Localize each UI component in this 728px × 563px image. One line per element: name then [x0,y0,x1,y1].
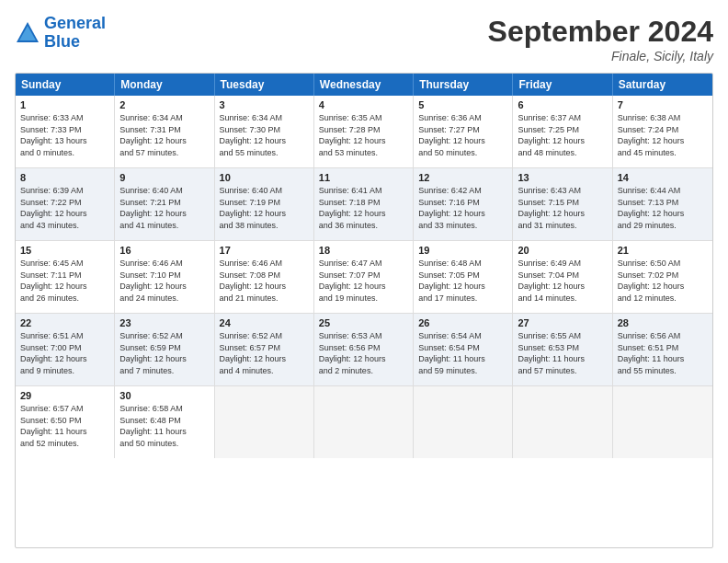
day-info: Sunrise: 6:35 AM Sunset: 7:28 PM Dayligh… [319,112,408,158]
weekday-header-saturday: Saturday [613,74,712,96]
day-info: Sunrise: 6:43 AM Sunset: 7:15 PM Dayligh… [518,185,607,231]
day-info: Sunrise: 6:46 AM Sunset: 7:10 PM Dayligh… [119,258,209,304]
day-number: 3 [220,99,309,110]
calendar-header: SundayMondayTuesdayWednesdayThursdayFrid… [16,74,712,96]
empty-cell [414,386,513,458]
day-number: 8 [20,172,109,183]
day-cell-14: 14Sunrise: 6:44 AM Sunset: 7:13 PM Dayli… [613,168,712,240]
calendar-body: 1Sunrise: 6:33 AM Sunset: 7:33 PM Daylig… [16,96,712,458]
day-info: Sunrise: 6:49 AM Sunset: 7:04 PM Dayligh… [518,258,607,304]
weekday-header-monday: Monday [115,74,214,96]
calendar-week-1: 1Sunrise: 6:33 AM Sunset: 7:33 PM Daylig… [16,96,712,168]
day-cell-6: 6Sunrise: 6:37 AM Sunset: 7:25 PM Daylig… [513,96,612,167]
day-info: Sunrise: 6:45 AM Sunset: 7:11 PM Dayligh… [20,258,109,304]
day-number: 23 [119,317,209,328]
day-info: Sunrise: 6:47 AM Sunset: 7:07 PM Dayligh… [319,258,408,304]
page: General Blue September 2024 Finale, Sici… [0,0,728,563]
day-number: 7 [618,99,708,110]
calendar-week-4: 22Sunrise: 6:51 AM Sunset: 7:00 PM Dayli… [16,314,712,386]
day-number: 17 [220,245,309,256]
logo-line1: General [44,14,106,32]
day-info: Sunrise: 6:34 AM Sunset: 7:31 PM Dayligh… [119,112,209,158]
empty-cell [613,386,712,458]
day-info: Sunrise: 6:44 AM Sunset: 7:13 PM Dayligh… [618,185,708,231]
day-number: 10 [220,172,309,183]
day-cell-21: 21Sunrise: 6:50 AM Sunset: 7:02 PM Dayli… [613,241,712,313]
day-cell-1: 1Sunrise: 6:33 AM Sunset: 7:33 PM Daylig… [16,96,115,167]
day-info: Sunrise: 6:38 AM Sunset: 7:24 PM Dayligh… [618,112,708,158]
logo-line2: Blue [44,32,80,51]
logo: General Blue [15,15,106,52]
day-info: Sunrise: 6:57 AM Sunset: 6:50 PM Dayligh… [20,403,109,449]
day-number: 28 [618,317,708,328]
day-cell-2: 2Sunrise: 6:34 AM Sunset: 7:31 PM Daylig… [115,96,214,167]
day-cell-5: 5Sunrise: 6:36 AM Sunset: 7:27 PM Daylig… [414,96,513,167]
location: Finale, Sicily, Italy [488,49,713,63]
day-cell-7: 7Sunrise: 6:38 AM Sunset: 7:24 PM Daylig… [613,96,712,167]
day-number: 26 [418,317,507,328]
day-number: 6 [518,99,607,110]
day-number: 11 [319,172,408,183]
day-number: 22 [20,317,109,328]
logo-text: General Blue [44,15,106,52]
day-info: Sunrise: 6:39 AM Sunset: 7:22 PM Dayligh… [20,185,109,231]
day-cell-13: 13Sunrise: 6:43 AM Sunset: 7:15 PM Dayli… [513,168,612,240]
calendar: SundayMondayTuesdayWednesdayThursdayFrid… [15,73,713,548]
day-cell-29: 29Sunrise: 6:57 AM Sunset: 6:50 PM Dayli… [16,386,115,458]
day-number: 4 [319,99,408,110]
day-number: 16 [119,245,209,256]
day-number: 1 [20,99,109,110]
day-info: Sunrise: 6:52 AM Sunset: 6:59 PM Dayligh… [119,330,209,376]
day-number: 12 [418,172,507,183]
day-info: Sunrise: 6:37 AM Sunset: 7:25 PM Dayligh… [518,112,607,158]
calendar-week-2: 8Sunrise: 6:39 AM Sunset: 7:22 PM Daylig… [16,168,712,241]
day-number: 2 [119,99,209,110]
day-info: Sunrise: 6:40 AM Sunset: 7:19 PM Dayligh… [220,185,309,231]
day-info: Sunrise: 6:40 AM Sunset: 7:21 PM Dayligh… [119,185,209,231]
day-cell-18: 18Sunrise: 6:47 AM Sunset: 7:07 PM Dayli… [314,241,414,313]
day-cell-23: 23Sunrise: 6:52 AM Sunset: 6:59 PM Dayli… [115,314,214,385]
weekday-header-wednesday: Wednesday [314,74,414,96]
day-number: 18 [319,245,408,256]
day-info: Sunrise: 6:51 AM Sunset: 7:00 PM Dayligh… [20,330,109,376]
day-cell-9: 9Sunrise: 6:40 AM Sunset: 7:21 PM Daylig… [115,168,214,240]
day-number: 14 [618,172,708,183]
weekday-header-thursday: Thursday [414,74,513,96]
day-info: Sunrise: 6:58 AM Sunset: 6:48 PM Dayligh… [119,403,209,449]
day-info: Sunrise: 6:48 AM Sunset: 7:05 PM Dayligh… [418,258,507,304]
day-info: Sunrise: 6:33 AM Sunset: 7:33 PM Dayligh… [20,112,109,158]
empty-cell [513,386,612,458]
day-cell-15: 15Sunrise: 6:45 AM Sunset: 7:11 PM Dayli… [16,241,115,313]
day-cell-19: 19Sunrise: 6:48 AM Sunset: 7:05 PM Dayli… [414,241,513,313]
day-number: 27 [518,317,607,328]
weekday-header-friday: Friday [513,74,612,96]
day-number: 21 [618,245,708,256]
day-number: 29 [20,390,109,401]
empty-cell [314,386,414,458]
day-cell-17: 17Sunrise: 6:46 AM Sunset: 7:08 PM Dayli… [215,241,314,313]
day-number: 24 [220,317,309,328]
day-number: 5 [418,99,507,110]
header: General Blue September 2024 Finale, Sici… [15,15,713,63]
day-number: 19 [418,245,507,256]
day-info: Sunrise: 6:34 AM Sunset: 7:30 PM Dayligh… [220,112,309,158]
day-cell-26: 26Sunrise: 6:54 AM Sunset: 6:54 PM Dayli… [414,314,513,385]
day-info: Sunrise: 6:54 AM Sunset: 6:54 PM Dayligh… [418,330,507,376]
logo-icon [15,20,40,46]
day-info: Sunrise: 6:46 AM Sunset: 7:08 PM Dayligh… [220,258,309,304]
day-cell-4: 4Sunrise: 6:35 AM Sunset: 7:28 PM Daylig… [314,96,414,167]
day-number: 15 [20,245,109,256]
day-cell-11: 11Sunrise: 6:41 AM Sunset: 7:18 PM Dayli… [314,168,414,240]
day-cell-27: 27Sunrise: 6:55 AM Sunset: 6:53 PM Dayli… [513,314,612,385]
day-cell-24: 24Sunrise: 6:52 AM Sunset: 6:57 PM Dayli… [215,314,314,385]
day-info: Sunrise: 6:36 AM Sunset: 7:27 PM Dayligh… [418,112,507,158]
day-info: Sunrise: 6:41 AM Sunset: 7:18 PM Dayligh… [319,185,408,231]
day-info: Sunrise: 6:53 AM Sunset: 6:56 PM Dayligh… [319,330,408,376]
month-title: September 2024 [488,15,713,49]
day-info: Sunrise: 6:55 AM Sunset: 6:53 PM Dayligh… [518,330,607,376]
day-info: Sunrise: 6:42 AM Sunset: 7:16 PM Dayligh… [418,185,507,231]
empty-cell [215,386,314,458]
day-cell-22: 22Sunrise: 6:51 AM Sunset: 7:00 PM Dayli… [16,314,115,385]
day-number: 30 [119,390,209,401]
title-section: September 2024 Finale, Sicily, Italy [488,15,713,63]
